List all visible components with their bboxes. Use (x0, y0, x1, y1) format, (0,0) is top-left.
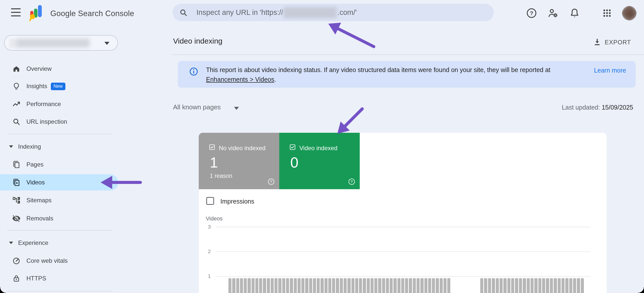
sidebar-divider (7, 291, 113, 291)
collapse-triangle-icon (9, 145, 13, 148)
new-badge: New (51, 83, 65, 90)
sidebar-item-performance[interactable]: Performance (0, 97, 118, 111)
chart-bar (432, 278, 435, 293)
chart-bar (301, 278, 304, 293)
bar-series-segment (480, 278, 584, 293)
chart-bar (286, 278, 289, 293)
videos-icon (12, 178, 21, 187)
last-updated: Last updated: 15/09/2025 (562, 104, 633, 111)
chart-bar (573, 278, 576, 293)
y-tick: 3 (203, 224, 211, 230)
y-tick: 1 (203, 273, 211, 279)
chart-bar (527, 278, 530, 293)
trending-up-icon (12, 100, 21, 108)
chart-bar (542, 278, 545, 293)
status-card-video-indexed[interactable]: Video indexed 0 ? (279, 133, 360, 189)
svg-text:?: ? (350, 179, 353, 184)
sidebar-item-pages[interactable]: Pages (0, 157, 118, 172)
chart-bar (228, 278, 231, 293)
chart-bar (507, 278, 510, 293)
window-corner (0, 287, 6, 293)
chart-bar (236, 278, 239, 293)
sitemap-icon (12, 196, 21, 205)
sidebar-item-sitemaps[interactable]: Sitemaps (0, 193, 118, 207)
chart-bar (511, 278, 514, 293)
chart-bar (367, 278, 370, 293)
sidebar-section-experience[interactable]: Experience (0, 236, 118, 249)
home-icon (12, 64, 21, 73)
chart-bar (531, 278, 534, 293)
google-apps-grid-icon[interactable] (601, 8, 613, 19)
chart-bar (344, 278, 347, 293)
chart-bar (577, 278, 580, 293)
chart-bar (424, 278, 427, 293)
chart-bar (444, 278, 447, 293)
chart-bar (248, 278, 251, 293)
gridline (216, 227, 590, 227)
export-button[interactable]: EXPORT (589, 35, 636, 49)
enhancements-videos-link[interactable]: Enhancements > Videos (206, 76, 274, 83)
sidebar-item-core-web-vitals[interactable]: Core web vitals (0, 254, 118, 268)
chart-bar (332, 278, 335, 293)
user-settings-icon[interactable] (547, 8, 558, 19)
url-inspect-search-input[interactable]: Inspect any URL in 'https://.com/' (173, 4, 494, 21)
chart-bar (484, 278, 487, 293)
menu-icon[interactable] (11, 8, 22, 18)
chart-bar (436, 278, 439, 293)
sidebar-item-removals[interactable]: Removals (0, 211, 118, 225)
chart-bar (534, 278, 537, 293)
help-icon[interactable]: ? (526, 8, 537, 19)
eye-off-icon (12, 214, 21, 223)
chart-bar (347, 278, 350, 293)
checkbox-checked-icon[interactable] (209, 144, 215, 150)
annotation-arrow-video-indexed-card (337, 109, 362, 134)
chevron-down-icon[interactable] (234, 107, 239, 110)
chart-bar (390, 278, 393, 293)
svg-text:?: ? (270, 179, 272, 184)
notifications-bell-icon[interactable] (569, 8, 580, 19)
chart-bar (397, 278, 400, 293)
chart-bar (244, 278, 247, 293)
chart-bar (252, 278, 255, 293)
y-tick: 2 (203, 248, 211, 254)
chart-bar (328, 278, 331, 293)
status-card-no-video-indexed[interactable]: No video indexed 1 1 reason ? (199, 133, 279, 189)
help-circle-icon[interactable]: ? (348, 178, 356, 186)
chart-bar (488, 278, 491, 293)
sidebar-item-https[interactable]: HTTPS (0, 271, 118, 285)
checkbox-checked-icon[interactable] (289, 144, 296, 150)
metric-value: 0 (290, 154, 298, 171)
gridline (216, 251, 590, 252)
lightbulb-icon (12, 82, 21, 91)
sidebar-section-indexing[interactable]: Indexing (0, 140, 118, 153)
chart-bar (523, 278, 526, 293)
annotation-arrow-search (328, 23, 374, 47)
sidebar-item-url-inspection[interactable]: URL inspection (0, 115, 118, 129)
chart-bar (305, 278, 308, 293)
chart-bar (290, 278, 293, 293)
chart-bar (492, 278, 495, 293)
chart-bar (393, 278, 396, 293)
chart-bar (317, 278, 320, 293)
chart-bar (294, 278, 297, 293)
chart-bar (340, 278, 343, 293)
chart-bar (355, 278, 358, 293)
page-filter-dropdown[interactable]: All known pages (173, 103, 221, 111)
chart-bar (500, 278, 503, 293)
sidebar-item-overview[interactable]: Overview (0, 62, 118, 76)
sidebar-item-insights[interactable]: InsightsNew (0, 79, 118, 93)
banner-text: This report is about video indexing stat… (206, 65, 550, 84)
learn-more-link[interactable]: Learn more (594, 67, 626, 74)
help-circle-icon[interactable]: ? (267, 178, 275, 186)
chart-bar (565, 278, 568, 293)
chart-bar (359, 278, 362, 293)
collapse-triangle-icon (9, 242, 13, 244)
impressions-checkbox[interactable] (206, 197, 214, 205)
redacted-property-name (17, 39, 90, 47)
avatar[interactable] (622, 6, 636, 20)
chart-bar (409, 278, 412, 293)
sidebar-item-videos[interactable]: Videos (0, 174, 118, 190)
chart-bar (274, 278, 277, 293)
chart-bar (440, 278, 443, 293)
property-selector[interactable] (4, 35, 118, 51)
